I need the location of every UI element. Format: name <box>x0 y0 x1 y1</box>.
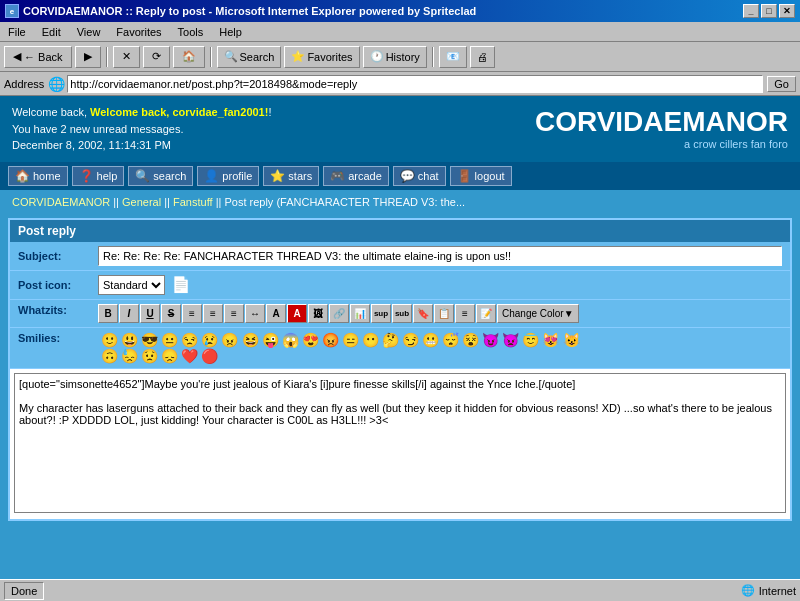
search-icon: 🔍 <box>135 169 150 183</box>
menu-tools[interactable]: Tools <box>174 25 208 39</box>
breadcrumb-fanstuff[interactable]: Fanstuff <box>173 196 213 208</box>
site-nav: 🏠home ❓help 🔍search 👤profile ⭐stars 🎮arc… <box>0 162 800 190</box>
superscript-button[interactable]: sup <box>371 304 391 323</box>
maximize-button[interactable]: □ <box>761 4 777 18</box>
stop-button[interactable]: ✕ <box>113 46 140 68</box>
page-content: Welcome back, Welcome back, corvidae_fan… <box>0 96 800 579</box>
smiley-17[interactable]: 😬 <box>422 332 439 348</box>
go-button[interactable]: Go <box>767 76 796 92</box>
nav-home[interactable]: 🏠home <box>8 166 68 186</box>
forward-button[interactable]: ▶ <box>75 46 101 68</box>
underline-button[interactable]: U <box>140 304 160 323</box>
minimize-button[interactable]: _ <box>743 4 759 18</box>
nav-arcade[interactable]: 🎮arcade <box>323 166 389 186</box>
nav-help[interactable]: ❓help <box>72 166 125 186</box>
smiley-16[interactable]: 😏 <box>402 332 419 348</box>
window-icon: e <box>5 4 19 18</box>
smiley-19[interactable]: 😵 <box>462 332 479 348</box>
breadcrumb-home[interactable]: CORVIDAEMANOR <box>12 196 110 208</box>
menu-help[interactable]: Help <box>215 25 246 39</box>
smiley-27[interactable]: 😟 <box>141 348 158 364</box>
search-button[interactable]: 🔍 Search <box>217 46 282 68</box>
align-center-button[interactable]: ≡ <box>203 304 223 323</box>
change-color-button[interactable]: Change Color ▼ <box>497 304 579 323</box>
bold-button[interactable]: B <box>98 304 118 323</box>
favorites-button[interactable]: ⭐ Favorites <box>284 46 359 68</box>
smiley-21[interactable]: 👿 <box>502 332 519 348</box>
smiley-26[interactable]: 😓 <box>121 348 138 364</box>
italic-button[interactable]: I <box>119 304 139 323</box>
nav-search[interactable]: 🔍search <box>128 166 193 186</box>
address-input[interactable] <box>67 75 763 93</box>
smiley-9[interactable]: 😜 <box>262 332 279 348</box>
image-button[interactable]: 🖼 <box>308 304 328 323</box>
breadcrumb: CORVIDAEMANOR || General || Fanstuff || … <box>0 190 800 214</box>
smiley-28[interactable]: 😞 <box>161 348 178 364</box>
post-icon-select[interactable]: Standard Normal Smile <box>98 275 165 295</box>
list-button[interactable]: ≡ <box>455 304 475 323</box>
back-button[interactable]: ◀ ← Back <box>4 46 72 68</box>
print-button[interactable]: 🖨 <box>470 46 495 68</box>
smiley-1[interactable]: 🙂 <box>101 332 118 348</box>
subject-input[interactable] <box>98 246 782 266</box>
nav-stars[interactable]: ⭐stars <box>263 166 319 186</box>
menu-file[interactable]: File <box>4 25 30 39</box>
subscript-button[interactable]: sub <box>392 304 412 323</box>
window-controls[interactable]: _ □ ✕ <box>743 4 795 18</box>
home-icon: 🏠 <box>15 169 30 183</box>
breadcrumb-general[interactable]: General <box>122 196 161 208</box>
smiley-2[interactable]: 😃 <box>121 332 138 348</box>
nav-profile[interactable]: 👤profile <box>197 166 259 186</box>
font-button[interactable]: A <box>266 304 286 323</box>
refresh-button[interactable]: ⟳ <box>143 46 170 68</box>
smiley-10[interactable]: 😱 <box>282 332 299 348</box>
menu-favorites[interactable]: Favorites <box>112 25 165 39</box>
smiley-3[interactable]: 😎 <box>141 332 158 348</box>
table-button[interactable]: 📊 <box>350 304 370 323</box>
history-button[interactable]: 🕐 History <box>363 46 427 68</box>
smiley-11[interactable]: 😍 <box>302 332 319 348</box>
smiley-25[interactable]: 🙃 <box>101 348 118 364</box>
title-bar: e CORVIDAEMANOR :: Reply to post - Micro… <box>0 0 800 22</box>
menu-edit[interactable]: Edit <box>38 25 65 39</box>
post-textarea[interactable]: [quote="simsonette4652"]Maybe you're jus… <box>14 373 786 513</box>
link-button[interactable]: 🔗 <box>329 304 349 323</box>
post-icon-preview: 📄 <box>171 275 191 294</box>
smiley-12[interactable]: 😡 <box>322 332 339 348</box>
smiley-7[interactable]: 😠 <box>221 332 238 348</box>
nav-chat[interactable]: 💬chat <box>393 166 446 186</box>
smiley-23[interactable]: 😻 <box>542 332 559 348</box>
smiley-20[interactable]: 😈 <box>482 332 499 348</box>
smiley-5[interactable]: 😒 <box>181 332 198 348</box>
whatzits-label: Whatzits: <box>18 304 98 316</box>
smiley-13[interactable]: 😑 <box>342 332 359 348</box>
smiley-14[interactable]: 😶 <box>362 332 379 348</box>
smiley-4[interactable]: 😐 <box>161 332 178 348</box>
smiley-18[interactable]: 😴 <box>442 332 459 348</box>
home-button[interactable]: 🏠 <box>173 46 205 68</box>
code-button[interactable]: 📋 <box>434 304 454 323</box>
color-button[interactable]: A <box>287 304 307 323</box>
quote-button[interactable]: 🔖 <box>413 304 433 323</box>
smiley-6[interactable]: 😢 <box>201 332 218 348</box>
smiley-8[interactable]: 😆 <box>242 332 259 348</box>
post-icon-row: Post icon: Standard Normal Smile 📄 <box>10 271 790 300</box>
strikethrough-button[interactable]: S <box>161 304 181 323</box>
message-count: You have 2 new unread messages. <box>12 121 271 138</box>
internet-icon: 🌐 <box>741 584 755 597</box>
align-right-button[interactable]: ≡ <box>224 304 244 323</box>
smiley-30[interactable]: 🔴 <box>201 348 218 364</box>
smiley-22[interactable]: 😇 <box>522 332 539 348</box>
align-left-button[interactable]: ≡ <box>182 304 202 323</box>
list-num-button[interactable]: 📝 <box>476 304 496 323</box>
welcome-text: Welcome back, Welcome back, corvidae_fan… <box>12 104 271 154</box>
hr-button[interactable]: ↔ <box>245 304 265 323</box>
nav-logout[interactable]: 🚪logout <box>450 166 512 186</box>
smiley-24[interactable]: 😺 <box>563 332 580 348</box>
smiley-15[interactable]: 🤔 <box>382 332 399 348</box>
close-button[interactable]: ✕ <box>779 4 795 18</box>
status-text: Done <box>11 585 37 597</box>
smiley-29[interactable]: ❤️ <box>181 348 198 364</box>
mail-button[interactable]: 📧 <box>439 46 467 68</box>
menu-view[interactable]: View <box>73 25 105 39</box>
